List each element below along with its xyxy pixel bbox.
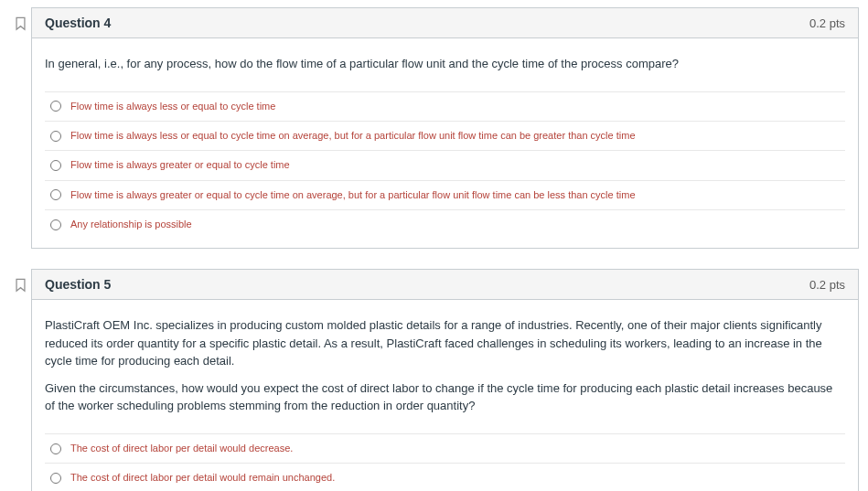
question-card: Question 50.2 ptsPlastiCraft OEM Inc. sp… — [31, 269, 859, 491]
bookmark-column — [9, 269, 31, 293]
question-points: 0.2 pts — [809, 278, 845, 292]
answer-option[interactable]: The cost of direct labor per detail woul… — [45, 464, 845, 491]
question-title: Question 5 — [45, 277, 111, 292]
question-points: 0.2 pts — [809, 16, 845, 30]
question-body: In general, i.e., for any process, how d… — [32, 38, 858, 248]
answer-radio[interactable] — [50, 131, 61, 142]
answer-label: Any relationship is possible — [70, 218, 192, 231]
prompt-paragraph: PlastiCraft OEM Inc. specializes in prod… — [45, 316, 845, 370]
prompt-paragraph: Given the circumstances, how would you e… — [45, 379, 845, 415]
bookmark-icon[interactable] — [15, 16, 27, 31]
answer-option[interactable]: Flow time is always less or equal to cyc… — [45, 122, 845, 151]
answer-option[interactable]: Any relationship is possible — [45, 210, 845, 239]
answer-label: Flow time is always greater or equal to … — [70, 158, 290, 172]
question-header: Question 40.2 pts — [32, 8, 858, 38]
question-header: Question 50.2 pts — [32, 270, 858, 300]
bookmark-column — [9, 7, 31, 31]
bookmark-icon[interactable] — [15, 278, 27, 293]
question-prompt: PlastiCraft OEM Inc. specializes in prod… — [45, 316, 845, 415]
answer-option[interactable]: Flow time is always greater or equal to … — [45, 151, 845, 180]
answer-radio[interactable] — [50, 443, 61, 454]
answer-label: Flow time is always greater or equal to … — [70, 188, 636, 202]
question-block: Question 50.2 ptsPlastiCraft OEM Inc. sp… — [9, 269, 859, 491]
answers-list: Flow time is always less or equal to cyc… — [45, 91, 845, 240]
answer-radio[interactable] — [50, 160, 61, 171]
prompt-paragraph: In general, i.e., for any process, how d… — [45, 55, 845, 73]
answer-label: Flow time is always less or equal to cyc… — [70, 129, 636, 143]
answer-radio[interactable] — [50, 473, 61, 484]
question-body: PlastiCraft OEM Inc. specializes in prod… — [32, 300, 858, 491]
answer-label: The cost of direct labor per detail woul… — [70, 471, 335, 485]
answer-option[interactable]: Flow time is always less or equal to cyc… — [45, 92, 845, 122]
answer-option[interactable]: Flow time is always greater or equal to … — [45, 181, 845, 210]
answer-radio[interactable] — [50, 189, 61, 200]
answer-label: Flow time is always less or equal to cyc… — [70, 100, 275, 113]
answers-list: The cost of direct labor per detail woul… — [45, 433, 845, 491]
question-block: Question 40.2 ptsIn general, i.e., for a… — [9, 7, 859, 249]
question-card: Question 40.2 ptsIn general, i.e., for a… — [31, 7, 859, 249]
answer-radio[interactable] — [50, 219, 61, 230]
answer-option[interactable]: The cost of direct labor per detail woul… — [45, 434, 845, 464]
question-prompt: In general, i.e., for any process, how d… — [45, 55, 845, 73]
question-title: Question 4 — [45, 16, 111, 30]
answer-label: The cost of direct labor per detail woul… — [70, 442, 293, 455]
answer-radio[interactable] — [50, 101, 61, 112]
